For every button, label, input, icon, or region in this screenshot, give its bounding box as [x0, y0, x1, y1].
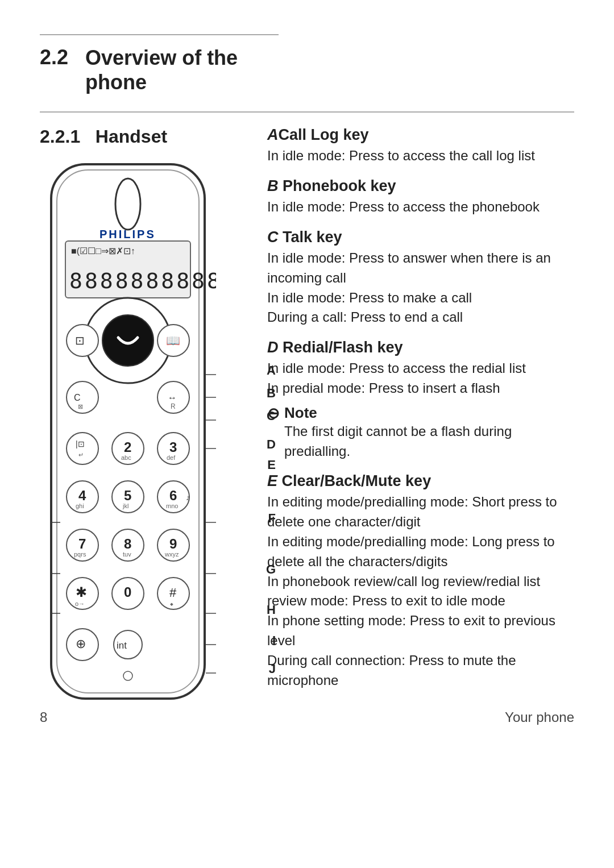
svg-text:o→: o→: [75, 600, 85, 607]
svg-text:88888888888: 88888888888: [69, 268, 216, 293]
svg-text:9: 9: [169, 536, 177, 551]
svg-point-59: [123, 671, 132, 680]
svg-text:0: 0: [124, 584, 131, 600]
svg-text:7: 7: [78, 536, 86, 551]
key-D-desc1: In idle mode: Press to access the redial…: [267, 359, 574, 379]
svg-text:pqrs: pqrs: [74, 551, 86, 558]
svg-text:ghi: ghi: [76, 502, 84, 509]
key-E-desc4: In phone setting mode: Press to exit to …: [267, 611, 574, 651]
label-I: I: [272, 634, 276, 647]
key-B-desc: In idle mode: Press to access the phoneb…: [267, 197, 574, 217]
key-E-desc5: During call connection: Press to mute th…: [267, 651, 574, 691]
key-A-title: ACall Log key: [267, 126, 574, 144]
svg-text:2: 2: [124, 439, 131, 455]
page-number: 8: [40, 709, 47, 725]
section-title: Overview of thephone: [85, 45, 238, 94]
key-D-letter: D: [267, 339, 279, 356]
svg-text:■(☑☐□⇒⊠✗⊡↑: ■(☑☐□⇒⊠✗⊡↑: [71, 246, 135, 256]
label-C: C: [267, 410, 276, 422]
note-content: Note The first digit cannot be a flash d…: [284, 404, 574, 462]
svg-point-2: [115, 178, 140, 230]
footer: 8 Your phone: [40, 709, 574, 725]
svg-text:C: C: [74, 393, 81, 402]
key-D-entry: D Redial/Flash key In idle mode: Press t…: [267, 339, 574, 461]
key-C-entry: C Talk key In idle mode: Press to answer…: [267, 229, 574, 327]
page-container: 2.2 Overview of thephone 2.2.1 Handset: [0, 0, 614, 754]
svg-text:tuv: tuv: [123, 551, 131, 558]
key-D-title: D Redial/Flash key: [267, 339, 574, 356]
key-B-letter: B: [267, 177, 279, 194]
key-A-entry: ACall Log key In idle mode: Press to acc…: [267, 126, 574, 166]
label-E: E: [267, 459, 276, 471]
key-C-desc1: In idle mode: Press to answer when there…: [267, 248, 574, 288]
section-number: 2.2: [40, 45, 68, 94]
svg-text:↔: ↔: [168, 393, 177, 402]
key-B-entry: B Phonebook key In idle mode: Press to a…: [267, 177, 574, 217]
key-E-desc2: In editing mode/predialling mode: Long p…: [267, 532, 574, 572]
key-D-desc2: In predial mode: Press to insert a flash: [267, 379, 574, 398]
section-heading: 2.2 Overview of thephone: [40, 45, 574, 94]
key-A-desc: In idle mode: Press to access the call l…: [267, 146, 574, 166]
subsection-title: Handset: [96, 126, 167, 147]
note-text: The first digit cannot be a flash during…: [284, 423, 512, 459]
key-B-title: B Phonebook key: [267, 177, 574, 195]
key-A-letter: A: [267, 126, 279, 143]
key-E-name: Clear/Back/Mute key: [277, 472, 431, 489]
svg-text:6: 6: [169, 488, 177, 503]
key-C-desc3: During a call: Press to end a call: [267, 308, 574, 327]
key-C-name: Talk key: [279, 229, 342, 246]
key-E-desc3: In phonebook review/call log review/redi…: [267, 572, 574, 612]
key-E-desc1: In editing mode/predialling mode: Short …: [267, 492, 574, 532]
key-E-title: E Clear/Back/Mute key: [267, 472, 574, 490]
svg-text:8: 8: [124, 536, 131, 551]
label-H: H: [267, 604, 276, 616]
svg-text:def: def: [167, 454, 176, 461]
subsection-heading: 2.2.1 Handset: [40, 126, 244, 147]
label-G: G: [266, 563, 276, 576]
key-E-letter: E: [267, 472, 277, 489]
label-B: B: [267, 387, 276, 400]
svg-point-19: [67, 433, 98, 464]
left-col: 2.2.1 Handset ■(☑☐□⇒⊠✗⊡↑: [40, 126, 244, 720]
key-E-entry: E Clear/Back/Mute key In editing mode/pr…: [267, 472, 574, 690]
note-box: ⊖ Note The first digit cannot be a flash…: [267, 404, 574, 462]
footer-section-title: Your phone: [505, 709, 574, 725]
key-C-desc2: In idle mode: Press to make a call: [267, 288, 574, 308]
svg-text:|⊡: |⊡: [76, 439, 85, 448]
svg-text:mno: mno: [166, 502, 178, 509]
two-col-layout: 2.2.1 Handset ■(☑☐□⇒⊠✗⊡↑: [40, 126, 574, 720]
note-label: Note: [284, 404, 317, 421]
svg-text:♪: ♪: [186, 493, 190, 502]
top-rule: [40, 34, 279, 35]
label-D: D: [267, 438, 276, 451]
svg-text:#: #: [169, 585, 177, 600]
svg-text:⊕: ⊕: [76, 637, 86, 651]
label-A: A: [267, 364, 276, 377]
key-B-name: Phonebook key: [279, 177, 396, 194]
right-col: ACall Log key In idle mode: Press to acc…: [267, 126, 574, 701]
svg-text:✱: ✱: [76, 584, 87, 600]
key-D-name: Redial/Flash key: [279, 339, 403, 356]
key-A-name: Call Log key: [279, 126, 369, 143]
svg-point-8: [102, 315, 154, 366]
svg-text:⬥: ⬥: [169, 599, 174, 608]
phone-svg: ■(☑☐□⇒⊠✗⊡↑ 88888888888 PHILIPS ⊡: [40, 159, 216, 716]
svg-text:↵: ↵: [78, 451, 84, 458]
label-J: J: [269, 663, 276, 675]
svg-text:3: 3: [169, 439, 177, 455]
svg-text:wxyz: wxyz: [164, 551, 179, 558]
subsection-number: 2.2.1: [40, 126, 80, 147]
label-F: F: [268, 512, 276, 525]
svg-text:⊠: ⊠: [78, 403, 83, 410]
key-C-title: C Talk key: [267, 229, 574, 246]
phone-illustration: ■(☑☐□⇒⊠✗⊡↑ 88888888888 PHILIPS ⊡: [40, 159, 244, 720]
svg-text:R: R: [171, 402, 176, 410]
svg-text:5: 5: [124, 488, 131, 503]
svg-text:jkl: jkl: [122, 502, 128, 509]
svg-text:int: int: [117, 640, 127, 651]
svg-text:abc: abc: [121, 454, 131, 461]
svg-text:4: 4: [78, 488, 86, 503]
svg-text:PHILIPS: PHILIPS: [99, 228, 156, 240]
key-C-letter: C: [267, 229, 279, 246]
svg-text:📖: 📖: [166, 334, 180, 347]
